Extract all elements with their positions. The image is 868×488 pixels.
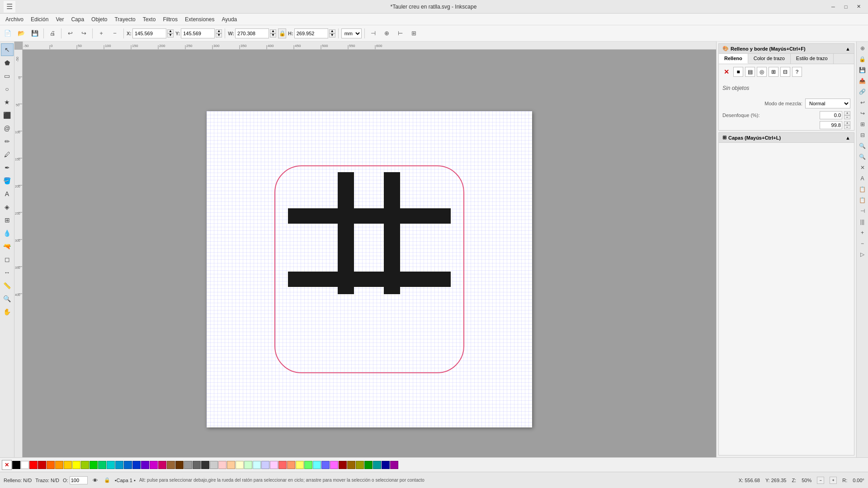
paint-unknown-btn[interactable]: ？ bbox=[792, 67, 802, 77]
h-down[interactable]: ▼ bbox=[329, 33, 335, 38]
tool-select[interactable]: ↖ bbox=[1, 43, 14, 56]
toolbar-redo[interactable]: ↪ bbox=[78, 28, 90, 39]
swatch-brown[interactable] bbox=[175, 461, 184, 469]
swatch-lightyellow[interactable] bbox=[236, 461, 244, 469]
tool-gradient[interactable]: ◈ bbox=[1, 201, 14, 213]
side-icon-15[interactable]: 📋 bbox=[858, 195, 868, 205]
paint-linear-btn[interactable]: ▤ bbox=[745, 67, 755, 77]
swatch-peach[interactable] bbox=[227, 461, 235, 469]
swatch-brightgreen[interactable] bbox=[304, 461, 312, 469]
lock-aspect-button[interactable]: 🔒 bbox=[278, 28, 286, 38]
side-icon-10[interactable]: 🔍 bbox=[858, 141, 868, 151]
side-icon-16[interactable]: ⊣ bbox=[858, 206, 868, 216]
swatch-lime[interactable] bbox=[81, 461, 89, 469]
swatch-lightgreen[interactable] bbox=[244, 461, 252, 469]
swatch-pinklight[interactable] bbox=[218, 461, 226, 469]
opacity-up[interactable]: + bbox=[844, 121, 850, 125]
paint-mesh-btn[interactable]: ⊞ bbox=[769, 67, 778, 77]
tool-spiral[interactable]: @ bbox=[1, 122, 14, 135]
close-button[interactable]: ✕ bbox=[853, 2, 864, 11]
paint-flat-btn[interactable]: ■ bbox=[733, 67, 743, 77]
swatch-maroon[interactable] bbox=[339, 461, 347, 469]
swatch-darkorange[interactable] bbox=[55, 461, 63, 469]
swatch-darkblue[interactable] bbox=[132, 461, 141, 469]
side-icon-20[interactable]: ▷ bbox=[858, 249, 868, 259]
tool-bucket[interactable]: 🪣 bbox=[1, 174, 14, 187]
tool-connector[interactable]: ↔ bbox=[1, 266, 14, 279]
fill-stroke-header[interactable]: 🎨 Relleno y borde (Mayús+Ctrl+F) ▲ bbox=[719, 44, 854, 54]
swatch-pink[interactable] bbox=[158, 461, 166, 469]
side-icon-12[interactable]: ✕ bbox=[858, 163, 868, 173]
swatch-cyan[interactable] bbox=[107, 461, 115, 469]
swatch-gold[interactable] bbox=[64, 461, 72, 469]
side-icon-3[interactable]: 💾 bbox=[858, 65, 868, 75]
canvas-container[interactable] bbox=[23, 50, 716, 457]
swatch-brightblue[interactable] bbox=[321, 461, 330, 469]
menu-ver[interactable]: Ver bbox=[52, 15, 67, 24]
y-down[interactable]: ▼ bbox=[216, 33, 222, 38]
menu-ayuda[interactable]: Ayuda bbox=[218, 15, 241, 24]
swatch-lightblue[interactable] bbox=[261, 461, 269, 469]
tab-estilo-trazo[interactable]: Estilo de trazo bbox=[791, 54, 834, 64]
tool-hand[interactable]: ✋ bbox=[1, 305, 14, 318]
maximize-button[interactable]: □ bbox=[840, 2, 852, 11]
side-icon-13[interactable]: A bbox=[858, 174, 868, 183]
x-input[interactable] bbox=[132, 28, 166, 38]
swatch-darkolive[interactable] bbox=[347, 461, 355, 469]
lock-toggle[interactable]: 🔒 bbox=[103, 476, 111, 484]
side-icon-19[interactable]: − bbox=[858, 239, 868, 249]
menu-archivo[interactable]: Archivo bbox=[2, 15, 27, 24]
toolbar-save[interactable]: 💾 bbox=[29, 28, 41, 39]
visibility-toggle[interactable]: 👁 bbox=[91, 476, 99, 484]
zoom-out-btn[interactable]: − bbox=[817, 477, 824, 484]
tool-pencil[interactable]: ✏ bbox=[1, 135, 14, 148]
menu-capa[interactable]: Capa bbox=[67, 15, 88, 24]
tool-zoom[interactable]: 🔍 bbox=[1, 292, 14, 305]
swatch-darkcyan[interactable] bbox=[373, 461, 381, 469]
swatch-brightyellow[interactable] bbox=[296, 461, 304, 469]
swatch-yellow[interactable] bbox=[72, 461, 80, 469]
blur-up[interactable]: + bbox=[844, 111, 850, 115]
toolbar-distribute[interactable]: ⊞ bbox=[408, 28, 420, 39]
tool-eraser[interactable]: ◻ bbox=[1, 253, 14, 266]
swatch-blue[interactable] bbox=[124, 461, 132, 469]
tool-text[interactable]: A bbox=[1, 188, 14, 200]
menu-filtros[interactable]: Filtros bbox=[159, 15, 181, 24]
tool-mesh[interactable]: ⊞ bbox=[1, 214, 14, 226]
swatch-teal[interactable] bbox=[98, 461, 106, 469]
y-input[interactable] bbox=[181, 28, 215, 38]
swatch-purple[interactable] bbox=[390, 461, 398, 469]
tool-star[interactable]: ★ bbox=[1, 96, 14, 108]
opacity-down[interactable]: − bbox=[844, 125, 850, 129]
side-icon-4[interactable]: 📤 bbox=[858, 76, 868, 86]
menu-trayecto[interactable]: Trayecto bbox=[111, 15, 139, 24]
swatch-verydark[interactable] bbox=[201, 461, 209, 469]
swatch-skyblue[interactable] bbox=[115, 461, 123, 469]
tool-pen[interactable]: 🖊 bbox=[1, 148, 14, 161]
toolbar-align-center[interactable]: ⊕ bbox=[381, 28, 393, 39]
opacity-input[interactable] bbox=[820, 121, 842, 129]
paint-x-btn[interactable]: ✕ bbox=[722, 67, 731, 77]
layers-header[interactable]: ⊞ Capas (Mayús+Ctrl+L) ▲ bbox=[719, 133, 854, 143]
fill-stroke-collapse[interactable]: ▲ bbox=[845, 46, 850, 52]
menu-texto[interactable]: Texto bbox=[139, 15, 160, 24]
swatch-white[interactable] bbox=[21, 461, 29, 469]
swatch-indigo[interactable] bbox=[141, 461, 149, 469]
swatch-tan[interactable] bbox=[167, 461, 175, 469]
palette-no-color[interactable]: ✕ bbox=[2, 460, 12, 470]
toolbar-align-right[interactable]: ⊢ bbox=[395, 28, 406, 39]
swatch-brightpink[interactable] bbox=[330, 461, 338, 469]
tab-color-trazo[interactable]: Color de trazo bbox=[748, 54, 791, 64]
side-icon-9[interactable]: ⊟ bbox=[858, 130, 868, 140]
swatch-green[interactable] bbox=[90, 461, 98, 469]
tool-node[interactable]: ⬟ bbox=[1, 56, 14, 69]
side-icon-11[interactable]: 🔍 bbox=[858, 152, 868, 162]
side-icon-6[interactable]: ↩ bbox=[858, 98, 868, 108]
swatch-black[interactable] bbox=[12, 461, 20, 469]
toolbar-zoom-out[interactable]: − bbox=[109, 28, 121, 39]
blend-select[interactable]: Normal Multiply Screen Overlay bbox=[805, 99, 850, 108]
swatch-darkgray[interactable] bbox=[193, 461, 201, 469]
tab-relleno[interactable]: Relleno bbox=[719, 54, 748, 64]
swatch-lightpink[interactable] bbox=[270, 461, 278, 469]
swatch-darkred[interactable] bbox=[38, 461, 46, 469]
